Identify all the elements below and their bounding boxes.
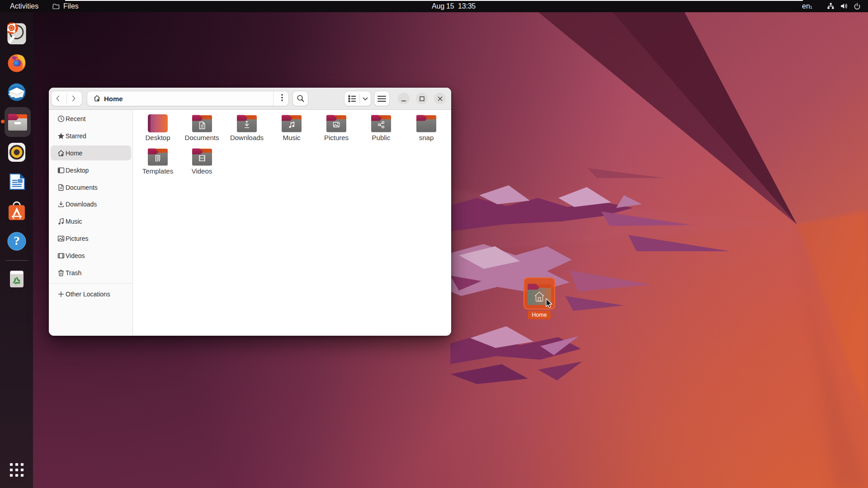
svg-text:Home: Home bbox=[532, 312, 547, 318]
svg-text:?: ? bbox=[14, 234, 20, 248]
